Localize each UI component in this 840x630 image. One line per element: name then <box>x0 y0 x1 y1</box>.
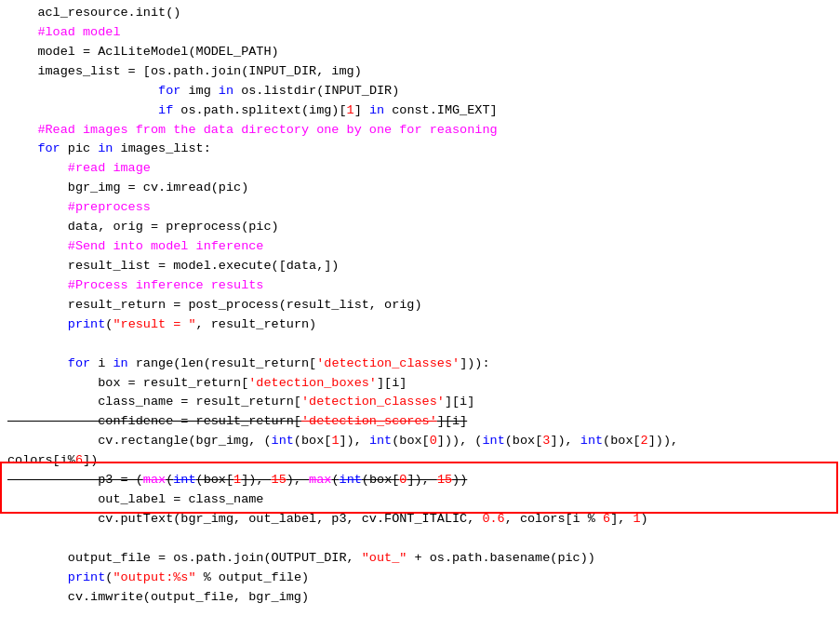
code-line: acl_resource.init() <box>0 4 840 23</box>
code-line: #preprocess <box>0 198 840 218</box>
code-line: result_return = post_process(result_list… <box>0 296 840 315</box>
code-line-confidence: confidence = result_return['detection_sc… <box>0 412 840 432</box>
code-line: #read image <box>0 159 840 179</box>
code-line: out_label = class_name <box>0 490 840 510</box>
code-line: result_list = model.execute([data,]) <box>0 257 840 276</box>
code-line: for img in os.listdir(INPUT_DIR) <box>0 82 840 101</box>
code-line: class_name = result_return['detection_cl… <box>0 393 840 412</box>
code-line: for pic in images_list: <box>0 140 840 159</box>
code-line: images_list = [os.path.join(INPUT_DIR, i… <box>0 62 840 82</box>
code-line: #Process inference results <box>0 276 840 296</box>
code-line: print("output:%s" % output_file) <box>0 569 840 588</box>
code-line: box = result_return['detection_boxes'][i… <box>0 374 840 394</box>
code-line: cv.putText(bgr_img, out_label, p3, cv.FO… <box>0 510 840 529</box>
code-line: bgr_img = cv.imread(pic) <box>0 179 840 198</box>
code-line: if os.path.splitext(img)[1] in const.IMG… <box>0 101 840 121</box>
code-line-rectangle: cv.rectangle(bgr_img, (int(box[1]), int(… <box>0 432 840 451</box>
code-editor: acl_resource.init() #load model model = … <box>0 0 840 630</box>
code-line-colors: colors[i%6]) <box>0 451 840 471</box>
code-line: for i in range(len(result_return['detect… <box>0 355 840 374</box>
code-line <box>0 335 840 355</box>
code-line: model = AclLiteModel(MODEL_PATH) <box>0 43 840 62</box>
code-line-p3: p3 = (max(int(box[1]), 15), max(int(box[… <box>0 471 840 490</box>
code-line: data, orig = preprocess(pic) <box>0 218 840 237</box>
code-line: print("result = ", result_return) <box>0 315 840 335</box>
code-line: #load model <box>0 23 840 43</box>
code-line: print("Execute end") <box>0 627 840 631</box>
code-line: cv.imwrite(output_file, bgr_img) <box>0 588 840 608</box>
code-line: #Send into model inference <box>0 237 840 257</box>
code-line: #Read images from the data directory one… <box>0 121 840 141</box>
code-line <box>0 608 840 627</box>
code-line: output_file = os.path.join(OUTPUT_DIR, "… <box>0 549 840 569</box>
code-line <box>0 529 840 549</box>
